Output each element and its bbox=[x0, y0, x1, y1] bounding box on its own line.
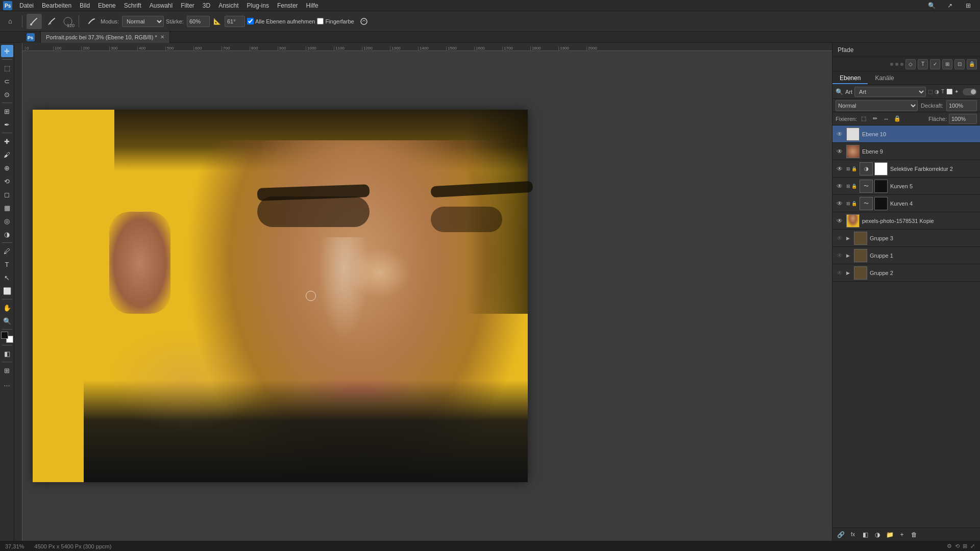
home-btn[interactable]: ⌂ bbox=[3, 14, 18, 29]
menu-schrift[interactable]: Schrift bbox=[120, 0, 145, 11]
pfade-btn4[interactable]: ⊞ bbox=[942, 59, 952, 69]
shape-filter-icon[interactable]: ⬜ bbox=[946, 89, 952, 94]
layer-vis-pexels[interactable]: 👁 bbox=[836, 217, 844, 225]
layer-item-selektive2[interactable]: 👁 ⊞ 🔒 ◑ Selektive Farbkorrektur 2 bbox=[832, 160, 980, 178]
fingerfarbe-checkbox-label[interactable]: Fingerfarbe bbox=[317, 18, 354, 24]
search-btn[interactable]: 🔍 bbox=[924, 0, 939, 13]
menu-bild[interactable]: Bild bbox=[76, 0, 94, 11]
select-rect-tool[interactable]: ⬚ bbox=[1, 62, 13, 74]
menu-hilfe[interactable]: Hilfe bbox=[302, 0, 323, 11]
menu-fenster[interactable]: Fenster bbox=[273, 0, 302, 11]
arrange-btn[interactable]: ⊞ bbox=[963, 543, 967, 549]
menu-datei[interactable]: Datei bbox=[15, 0, 38, 11]
layer-vis-gruppe2[interactable]: 👁 bbox=[836, 269, 844, 277]
canvas-image[interactable] bbox=[33, 110, 528, 482]
menu-bearbeiten[interactable]: Bearbeiten bbox=[38, 0, 76, 11]
layer-item-ebene9[interactable]: 👁 Ebene 9 bbox=[832, 143, 980, 160]
all-layers-checkbox[interactable] bbox=[247, 18, 254, 24]
mask-btn[interactable]: ◧ bbox=[860, 530, 870, 540]
clone-tool[interactable]: ⊕ bbox=[1, 162, 13, 174]
adj-filter-icon[interactable]: ◑ bbox=[935, 89, 939, 94]
tab-kanaele[interactable]: Kanäle bbox=[868, 71, 901, 84]
new-layer-btn[interactable]: + bbox=[897, 530, 907, 540]
menu-ansicht[interactable]: Ansicht bbox=[214, 0, 242, 11]
share-btn[interactable]: ↗ bbox=[942, 0, 958, 13]
lasso-tool[interactable]: ⊂ bbox=[1, 75, 13, 87]
lock-artboard-btn[interactable]: ↔ bbox=[881, 114, 891, 123]
group-chevron3[interactable]: ▶ bbox=[846, 236, 851, 241]
layer-vis-gruppe1[interactable]: 👁 bbox=[836, 252, 844, 260]
text-tool[interactable]: T bbox=[1, 258, 13, 270]
lock-all-btn[interactable]: 🔒 bbox=[893, 114, 902, 123]
angle-input[interactable] bbox=[225, 16, 245, 27]
smudge-btn[interactable] bbox=[83, 14, 99, 29]
quick-select-tool[interactable]: ⊙ bbox=[1, 88, 13, 101]
filter-toggle[interactable] bbox=[963, 88, 977, 95]
text-filter-icon[interactable]: T bbox=[941, 89, 944, 94]
heal-tool[interactable]: ✚ bbox=[1, 135, 13, 147]
layer-vis-ebene9[interactable]: 👁 bbox=[836, 147, 844, 156]
quick-mask-btn[interactable]: ◧ bbox=[1, 347, 13, 360]
fx-btn[interactable]: fx bbox=[848, 530, 858, 540]
layer-item-ebene10[interactable]: 👁 Ebene 10 bbox=[832, 126, 980, 143]
history-btn[interactable]: ⟲ bbox=[955, 543, 960, 549]
lock-position-btn[interactable]: ✏ bbox=[870, 114, 879, 123]
group-btn[interactable]: 📁 bbox=[885, 530, 895, 540]
layer-vis-selektive2[interactable]: 👁 bbox=[836, 165, 844, 173]
smart-filter-icon[interactable]: ✦ bbox=[954, 89, 959, 94]
eyedropper-tool[interactable]: ✒ bbox=[1, 118, 13, 131]
pfade-btn1[interactable]: ◇ bbox=[905, 59, 916, 69]
layer-item-gruppe3[interactable]: 👁 ▶ Gruppe 3 bbox=[832, 230, 980, 247]
shape-tool[interactable]: ⬜ bbox=[1, 285, 13, 297]
group-chevron2[interactable]: ▶ bbox=[846, 270, 851, 276]
brush-tool-btn[interactable] bbox=[27, 14, 42, 29]
menu-3d[interactable]: 3D bbox=[199, 0, 214, 11]
layer-item-pexels[interactable]: 👁 pexels-photo-1578531 Kopie bbox=[832, 212, 980, 230]
fingerfarbe-checkbox[interactable] bbox=[317, 18, 324, 24]
gradient-tool[interactable]: ▦ bbox=[1, 202, 13, 214]
menu-plugins[interactable]: Plug-ins bbox=[243, 0, 273, 11]
flaeche-value[interactable]: 100% bbox=[949, 114, 977, 124]
more-tools-btn[interactable]: … bbox=[1, 378, 13, 390]
layer-item-kurven4[interactable]: 👁 ⊞ 🔒 〜 Kurven 4 bbox=[832, 195, 980, 212]
all-layers-checkbox-label[interactable]: Alle Ebenen aufnehmen bbox=[247, 18, 315, 24]
modus-select[interactable]: Normal Abdunkeln Aufhellen bbox=[122, 16, 164, 27]
filter-type-select[interactable]: Art Name Effekt Modus Attribut Farbe bbox=[854, 87, 926, 97]
pressure-btn[interactable] bbox=[356, 14, 372, 29]
pfade-btn5[interactable]: ⊡ bbox=[954, 59, 965, 69]
menu-auswahl[interactable]: Auswahl bbox=[145, 0, 177, 11]
file-tab[interactable]: Portrait.psdc bei 37,3% (Ebene 10, RGB/8… bbox=[41, 32, 170, 43]
gpu-btn[interactable]: ⚙ bbox=[947, 543, 952, 549]
link-btn[interactable]: 🔗 bbox=[836, 530, 846, 540]
group-chevron1[interactable]: ▶ bbox=[846, 253, 851, 258]
layer-item-kurven5[interactable]: 👁 ⊞ 🔒 〜 Kurven 5 bbox=[832, 178, 980, 195]
lock-pixels-btn[interactable]: ⬚ bbox=[859, 114, 868, 123]
layer-vis-kurven5[interactable]: 👁 bbox=[836, 182, 844, 190]
canvas-container[interactable] bbox=[33, 110, 528, 482]
staerke-input[interactable] bbox=[187, 16, 210, 27]
layer-item-gruppe1[interactable]: 👁 ▶ Gruppe 1 bbox=[832, 247, 980, 264]
canvas-viewport[interactable] bbox=[22, 51, 832, 541]
zoom-tool[interactable]: 🔍 bbox=[1, 315, 13, 327]
layer-vis-gruppe3[interactable]: 👁 bbox=[836, 234, 844, 242]
windows-btn[interactable]: ⊞ bbox=[961, 0, 976, 13]
mixer-brush-btn[interactable] bbox=[44, 14, 59, 29]
tab-ebenen[interactable]: Ebenen bbox=[832, 71, 868, 84]
crop-tool[interactable]: ⊞ bbox=[1, 105, 13, 117]
layer-vis-kurven4[interactable]: 👁 bbox=[836, 199, 844, 208]
screen-mode-btn[interactable]: ⊞ bbox=[1, 364, 13, 377]
delete-layer-btn[interactable]: 🗑 bbox=[909, 530, 919, 540]
dodge-tool[interactable]: ◑ bbox=[1, 228, 13, 240]
close-tab-btn[interactable]: ✕ bbox=[160, 34, 164, 40]
pfade-btn3[interactable]: ✓ bbox=[930, 59, 940, 69]
move-tool[interactable]: ✛ bbox=[1, 45, 13, 57]
menu-ebene[interactable]: Ebene bbox=[94, 0, 120, 11]
pfade-btn6[interactable]: 🔒 bbox=[967, 59, 977, 69]
brush-tool[interactable]: 🖌 bbox=[1, 148, 13, 161]
menu-filter[interactable]: Filter bbox=[177, 0, 199, 11]
pen-tool[interactable]: 🖊 bbox=[1, 245, 13, 257]
blend-mode-select[interactable]: Normal Abdunkeln Multiplizieren Aufhelle… bbox=[836, 100, 918, 111]
layer-item-gruppe2[interactable]: 👁 ▶ Gruppe 2 bbox=[832, 264, 980, 282]
pixel-filter-icon[interactable]: ⬚ bbox=[928, 89, 933, 94]
adj-btn[interactable]: ◑ bbox=[872, 530, 883, 540]
